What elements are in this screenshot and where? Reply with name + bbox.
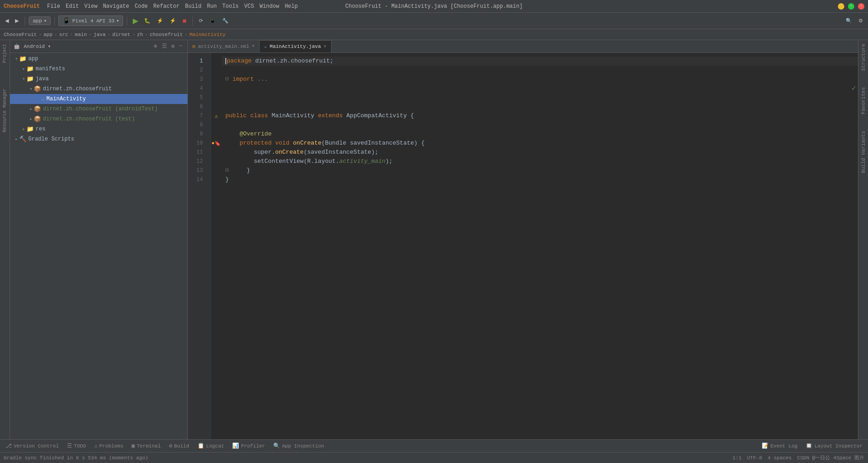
code-editor: 1 2 3 4 5 6 7 8 9 10 11 12 13 14 xyxy=(188,53,858,439)
menu-tools[interactable]: Tools xyxy=(222,3,239,10)
breadcrumb-java[interactable]: java xyxy=(94,32,105,37)
tree-item-androidtest[interactable]: ▸ 📦 dirnet.zh.choosefruit (androidTest) xyxy=(10,104,187,114)
menu-help[interactable]: Help xyxy=(285,3,298,10)
code-line-13: ⊟ } xyxy=(222,166,858,175)
minimize-button[interactable]: − xyxy=(838,3,844,10)
tab-close-xml[interactable]: × xyxy=(252,44,255,49)
menu-file[interactable]: File xyxy=(47,3,60,10)
gutter-item-9 xyxy=(211,130,222,139)
tree-item-res[interactable]: ▸ 📁 res xyxy=(10,124,187,134)
tab-mainactivity-java[interactable]: ☕ MainActivity.java × xyxy=(260,40,331,52)
stop-button[interactable]: ◼ xyxy=(180,17,189,25)
breadcrumb-app[interactable]: app xyxy=(43,32,52,37)
tree-item-java[interactable]: ▾ 📁 java xyxy=(10,74,187,84)
project-tab[interactable]: Project xyxy=(1,40,8,67)
tree-item-manifests[interactable]: ▸ 📁 manifests xyxy=(10,64,187,74)
menu-window[interactable]: Window xyxy=(260,3,279,10)
tab-layout-inspector[interactable]: 🔲 Layout Inspector xyxy=(802,441,866,451)
menu-refactor[interactable]: Refactor xyxy=(153,3,180,10)
layout-inspector-icon: 🔲 xyxy=(806,442,812,449)
tab-logcat[interactable]: 📋 Logcat xyxy=(194,441,228,451)
arrow-manifests: ▸ xyxy=(21,66,26,72)
favorites-tab[interactable]: Favorites xyxy=(859,83,868,118)
arrow-gradle: ▸ xyxy=(14,136,19,142)
code-content[interactable]: package dirnet.zh.choosefruit; ⊟ import … xyxy=(222,53,858,439)
tab-version-control[interactable]: ⎇ Version Control xyxy=(2,441,62,451)
breadcrumb-mainactivity[interactable]: MainActivity xyxy=(189,32,225,37)
menu-bar[interactable]: File Edit View Navigate Code Refactor Bu… xyxy=(47,3,298,10)
structure-tab[interactable]: Structure xyxy=(859,40,868,74)
avd-button[interactable]: 📱 xyxy=(207,17,218,25)
breadcrumb-main[interactable]: main xyxy=(75,32,87,37)
tab-close-java[interactable]: × xyxy=(324,44,327,49)
sdk-button[interactable]: 🔧 xyxy=(220,17,231,25)
resource-manager-tab[interactable]: Resource Manager xyxy=(1,85,8,136)
back-button[interactable]: ◀ xyxy=(3,17,11,25)
menu-code[interactable]: Code xyxy=(135,3,148,10)
panel-tree-icon[interactable]: ☰ xyxy=(161,42,168,50)
run-with-coverage-button[interactable]: ⚡ xyxy=(155,17,166,25)
tab-profiler[interactable]: 📊 Profiler xyxy=(229,441,269,451)
panel-sync-icon[interactable]: ⊕ xyxy=(152,42,158,50)
checkmark-indicator: ✓ xyxy=(852,83,856,93)
panel-header-title-area: 🤖 Android ▾ xyxy=(14,43,51,49)
window-controls[interactable]: − + × xyxy=(838,3,864,10)
menu-vcs[interactable]: VCS xyxy=(244,3,254,10)
profiler-icon: 📊 xyxy=(232,442,239,449)
tab-app-inspection[interactable]: 🔍 App Inspection xyxy=(270,441,327,451)
tab-build[interactable]: ⚙ Build xyxy=(166,441,193,451)
fold-icon-13[interactable]: ⊟ xyxy=(225,166,233,175)
tab-terminal[interactable]: ▣ Terminal xyxy=(128,441,164,451)
code-pkg: dirnet.zh.choosefruit; xyxy=(252,57,333,66)
search-everywhere-button[interactable]: 🔍 xyxy=(843,17,854,25)
tree-item-package[interactable]: ▾ 📦 dirnet.zh.choosefruit xyxy=(10,84,187,94)
menu-build[interactable]: Build xyxy=(185,3,202,10)
tab-event-log[interactable]: 📝 Event Log xyxy=(758,441,801,451)
tab-label-logcat: Logcat xyxy=(206,443,224,449)
layout-ref: activity_main xyxy=(339,157,385,166)
breadcrumb-dirnet[interactable]: dirnet xyxy=(112,32,130,37)
tab-activity-main-xml[interactable]: ⊞ activity_main.xml × xyxy=(188,40,260,52)
settings-button[interactable]: ⚙ xyxy=(856,17,865,25)
device-selector[interactable]: 📱 Pixel 4 API 33 ▾ xyxy=(58,16,123,26)
breadcrumb-src[interactable]: src xyxy=(59,32,68,37)
sync-button[interactable]: ⟳ xyxy=(197,17,205,25)
menu-view[interactable]: View xyxy=(84,3,98,10)
menu-navigate[interactable]: Navigate xyxy=(103,3,130,10)
line-num-7: 7 xyxy=(188,111,207,120)
breadcrumb-choosefruit[interactable]: ChooseFruit xyxy=(4,32,37,37)
close-button[interactable]: × xyxy=(858,3,864,10)
line-numbers: 1 2 3 4 5 6 7 8 9 10 11 12 13 14 xyxy=(188,53,211,439)
tab-label-build: Build xyxy=(174,443,189,449)
tab-todo[interactable]: ☰ TODO xyxy=(63,441,89,451)
bookmark-icon-10: 🔖 xyxy=(214,140,221,146)
tree-item-gradle[interactable]: ▸ 🔨 Gradle Scripts xyxy=(10,134,187,144)
tree-item-app[interactable]: ▾ 📁 app xyxy=(10,54,187,64)
panel-close-icon[interactable]: − xyxy=(178,42,184,50)
app-module-selector[interactable]: app ▾ xyxy=(29,16,51,25)
encoding-indicator[interactable]: UTF-8 xyxy=(747,455,762,461)
breadcrumb-choosefruit2[interactable]: choosefruit xyxy=(150,32,183,37)
toolbar-separator-3 xyxy=(127,16,127,26)
tree-item-mainactivity[interactable]: ☕ MainActivity xyxy=(10,94,187,104)
panel-settings-icon[interactable]: ⚙ xyxy=(170,42,176,50)
cursor-position[interactable]: 1:1 xyxy=(733,455,742,461)
menu-edit[interactable]: Edit xyxy=(66,3,79,10)
paren-10: ( xyxy=(322,139,325,148)
build-variants-tab[interactable]: Build Variants xyxy=(859,127,868,177)
debug-button[interactable]: 🐛 xyxy=(142,17,153,25)
run-button[interactable]: ▶ xyxy=(131,16,140,25)
tree-item-test[interactable]: ▸ 📦 dirnet.zh.choosefruit (test) xyxy=(10,114,187,124)
window-title: ChooseFruit - MainActivity.java [ChooseF… xyxy=(345,3,523,10)
forward-button[interactable]: ▶ xyxy=(13,17,21,25)
indent-11: super. xyxy=(225,148,275,157)
maximize-button[interactable]: + xyxy=(848,3,854,10)
menu-run[interactable]: Run xyxy=(207,3,217,10)
breadcrumb-zh[interactable]: zh xyxy=(137,32,143,37)
panel-dropdown[interactable]: Android ▾ xyxy=(24,43,51,49)
fold-icon-3[interactable]: ⊟ xyxy=(225,75,233,84)
call-11: (savedInstanceState); xyxy=(304,148,379,157)
apply-changes-button[interactable]: ⚡ xyxy=(167,17,178,25)
indentation-indicator[interactable]: 4 spaces xyxy=(768,455,792,461)
tab-problems[interactable]: ⚠ Problems xyxy=(90,441,127,451)
